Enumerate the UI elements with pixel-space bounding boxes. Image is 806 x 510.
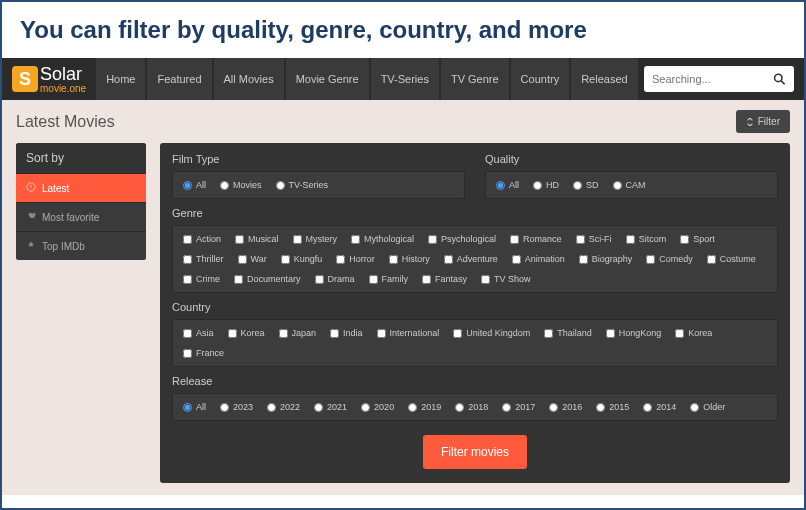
release-radio[interactable] xyxy=(596,403,605,412)
genre-option-sci-fi[interactable]: Sci-Fi xyxy=(576,234,612,244)
genre-option-war[interactable]: War xyxy=(238,254,267,264)
country-option-thailand[interactable]: Thailand xyxy=(544,328,592,338)
quality-radio[interactable] xyxy=(533,181,542,190)
genre-option-fantasy[interactable]: Fantasy xyxy=(422,274,467,284)
country-checkbox[interactable] xyxy=(606,329,615,338)
genre-option-costume[interactable]: Costume xyxy=(707,254,756,264)
genre-checkbox[interactable] xyxy=(444,255,453,264)
genre-checkbox[interactable] xyxy=(293,235,302,244)
film-type-option-movies[interactable]: Movies xyxy=(220,180,262,190)
release-radio[interactable] xyxy=(183,403,192,412)
release-radio[interactable] xyxy=(361,403,370,412)
quality-radio[interactable] xyxy=(613,181,622,190)
release-option-2014[interactable]: 2014 xyxy=(643,402,676,412)
genre-checkbox[interactable] xyxy=(315,275,324,284)
filter-movies-button[interactable]: Filter movies xyxy=(423,435,527,469)
release-radio[interactable] xyxy=(314,403,323,412)
genre-option-mystery[interactable]: Mystery xyxy=(293,234,338,244)
genre-checkbox[interactable] xyxy=(422,275,431,284)
release-option-2018[interactable]: 2018 xyxy=(455,402,488,412)
release-radio[interactable] xyxy=(690,403,699,412)
sidebar-item-most-favorite[interactable]: Most favorite xyxy=(16,202,146,231)
country-option-france[interactable]: France xyxy=(183,348,224,358)
genre-checkbox[interactable] xyxy=(510,235,519,244)
search-input[interactable] xyxy=(652,73,773,85)
genre-checkbox[interactable] xyxy=(351,235,360,244)
genre-option-drama[interactable]: Drama xyxy=(315,274,355,284)
release-option-2022[interactable]: 2022 xyxy=(267,402,300,412)
release-radio[interactable] xyxy=(220,403,229,412)
genre-option-horror[interactable]: Horror xyxy=(336,254,375,264)
genre-option-biography[interactable]: Biography xyxy=(579,254,633,264)
country-checkbox[interactable] xyxy=(544,329,553,338)
genre-option-mythological[interactable]: Mythological xyxy=(351,234,414,244)
country-checkbox[interactable] xyxy=(183,329,192,338)
country-checkbox[interactable] xyxy=(330,329,339,338)
release-option-2016[interactable]: 2016 xyxy=(549,402,582,412)
country-checkbox[interactable] xyxy=(675,329,684,338)
genre-checkbox[interactable] xyxy=(680,235,689,244)
genre-checkbox[interactable] xyxy=(626,235,635,244)
genre-option-documentary[interactable]: Documentary xyxy=(234,274,301,284)
genre-option-thriller[interactable]: Thriller xyxy=(183,254,224,264)
release-radio[interactable] xyxy=(408,403,417,412)
search-box[interactable] xyxy=(644,66,794,92)
genre-checkbox[interactable] xyxy=(579,255,588,264)
release-radio[interactable] xyxy=(267,403,276,412)
film-type-radio[interactable] xyxy=(276,181,285,190)
genre-checkbox[interactable] xyxy=(646,255,655,264)
genre-checkbox[interactable] xyxy=(369,275,378,284)
nav-item-home[interactable]: Home xyxy=(96,58,145,100)
country-option-korea[interactable]: Korea xyxy=(675,328,712,338)
genre-checkbox[interactable] xyxy=(238,255,247,264)
genre-option-sitcom[interactable]: Sitcom xyxy=(626,234,667,244)
genre-checkbox[interactable] xyxy=(183,275,192,284)
genre-checkbox[interactable] xyxy=(183,255,192,264)
nav-item-released[interactable]: Released xyxy=(571,58,637,100)
quality-radio[interactable] xyxy=(573,181,582,190)
filter-toggle-button[interactable]: Filter xyxy=(736,110,790,133)
nav-item-featured[interactable]: Featured xyxy=(147,58,211,100)
release-option-2015[interactable]: 2015 xyxy=(596,402,629,412)
country-checkbox[interactable] xyxy=(377,329,386,338)
country-option-hongkong[interactable]: HongKong xyxy=(606,328,662,338)
country-checkbox[interactable] xyxy=(279,329,288,338)
nav-item-movie-genre[interactable]: Movie Genre xyxy=(286,58,369,100)
release-option-2017[interactable]: 2017 xyxy=(502,402,535,412)
genre-checkbox[interactable] xyxy=(183,235,192,244)
country-option-asia[interactable]: Asia xyxy=(183,328,214,338)
release-option-all[interactable]: All xyxy=(183,402,206,412)
release-option-2020[interactable]: 2020 xyxy=(361,402,394,412)
genre-checkbox[interactable] xyxy=(235,235,244,244)
quality-option-all[interactable]: All xyxy=(496,180,519,190)
country-option-united-kingdom[interactable]: United Kingdom xyxy=(453,328,530,338)
genre-checkbox[interactable] xyxy=(512,255,521,264)
site-logo[interactable]: S Solar movie.one xyxy=(12,65,86,94)
genre-checkbox[interactable] xyxy=(576,235,585,244)
genre-option-kungfu[interactable]: Kungfu xyxy=(281,254,323,264)
film-type-option-tv-series[interactable]: TV-Series xyxy=(276,180,329,190)
quality-option-sd[interactable]: SD xyxy=(573,180,599,190)
country-option-india[interactable]: India xyxy=(330,328,363,338)
genre-checkbox[interactable] xyxy=(281,255,290,264)
country-option-korea[interactable]: Korea xyxy=(228,328,265,338)
genre-option-tv-show[interactable]: TV Show xyxy=(481,274,531,284)
genre-checkbox[interactable] xyxy=(336,255,345,264)
genre-option-crime[interactable]: Crime xyxy=(183,274,220,284)
country-option-japan[interactable]: Japan xyxy=(279,328,317,338)
release-option-2021[interactable]: 2021 xyxy=(314,402,347,412)
release-radio[interactable] xyxy=(549,403,558,412)
nav-item-country[interactable]: Country xyxy=(511,58,570,100)
sidebar-item-latest[interactable]: Latest xyxy=(16,173,146,202)
genre-option-history[interactable]: History xyxy=(389,254,430,264)
genre-checkbox[interactable] xyxy=(481,275,490,284)
genre-option-musical[interactable]: Musical xyxy=(235,234,279,244)
film-type-radio[interactable] xyxy=(220,181,229,190)
release-option-2023[interactable]: 2023 xyxy=(220,402,253,412)
sidebar-item-top-imdb[interactable]: Top IMDb xyxy=(16,231,146,260)
genre-option-romance[interactable]: Romance xyxy=(510,234,562,244)
genre-option-comedy[interactable]: Comedy xyxy=(646,254,693,264)
nav-item-tv-series[interactable]: TV-Series xyxy=(371,58,439,100)
film-type-radio[interactable] xyxy=(183,181,192,190)
country-checkbox[interactable] xyxy=(183,349,192,358)
